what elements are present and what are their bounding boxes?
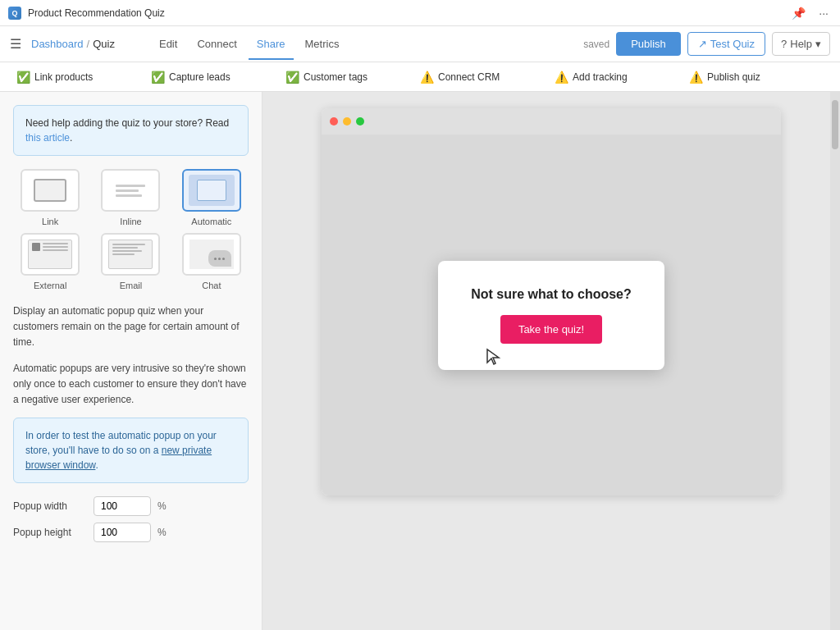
browser-dot-green <box>356 117 364 126</box>
app-icon: Q <box>8 7 21 20</box>
popup-height-unit: % <box>158 527 167 538</box>
help-icon: ? <box>781 38 787 50</box>
tab-metrics[interactable]: Metrics <box>297 28 348 60</box>
mode-inline-icon-box <box>101 169 160 212</box>
checklist-customer-tags[interactable]: ✅ Customer tags <box>285 71 420 84</box>
mode-external-label: External <box>34 281 66 290</box>
external-icon <box>28 240 72 269</box>
info-box: Need help adding the quiz to your store?… <box>13 105 249 156</box>
preview-area: Not sure what to choose? Take the quiz! <box>262 92 840 630</box>
check-icon-customer-tags: ✅ <box>285 71 299 84</box>
breadcrumb: Dashboard / Quiz <box>31 38 115 50</box>
mode-automatic-label: Automatic <box>191 217 231 226</box>
mode-automatic[interactable]: Automatic <box>175 169 249 226</box>
warning-icon-add-tracking: ⚠️ <box>555 71 568 84</box>
popup-title: Not sure what to choose? <box>471 287 632 302</box>
more-button[interactable]: ··· <box>815 5 832 21</box>
tab-edit[interactable]: Edit <box>151 28 185 60</box>
mode-link[interactable]: Link <box>13 169 87 226</box>
tab-connect[interactable]: Connect <box>189 28 244 60</box>
hamburger-button[interactable]: ☰ <box>10 36 21 52</box>
title-bar: Q Product Recommendation Quiz 📌 ··· <box>0 0 840 26</box>
mode-inline-label: Inline <box>120 217 141 226</box>
email-icon <box>108 240 153 269</box>
main-layout: Need help adding the quiz to your store?… <box>0 92 840 630</box>
breadcrumb-separator: / <box>87 38 90 50</box>
take-quiz-button[interactable]: Take the quiz! <box>500 315 602 344</box>
mode-grid: Link Inline <box>13 169 249 290</box>
scrollbar-track[interactable] <box>830 92 840 630</box>
nav-right: saved Publish ↗ Test Quiz ? Help ▾ <box>583 32 830 56</box>
checklist-link-products[interactable]: ✅ Link products <box>16 71 151 84</box>
mode-email[interactable]: Email <box>94 233 167 290</box>
checklist-add-tracking[interactable]: ⚠️ Add tracking <box>555 71 689 84</box>
breadcrumb-dashboard[interactable]: Dashboard <box>31 38 84 50</box>
mode-inline[interactable]: Inline <box>94 169 167 226</box>
checklist-connect-crm[interactable]: ⚠️ Connect CRM <box>420 71 555 84</box>
mode-chat-label: Chat <box>202 281 221 290</box>
mode-external-icon-box <box>21 233 80 276</box>
mode-automatic-icon-box <box>182 169 241 212</box>
this-article-link[interactable]: this article <box>25 132 70 144</box>
help-button[interactable]: ? Help ▾ <box>772 32 830 56</box>
popup-overlay: Not sure what to choose? Take the quiz! <box>322 135 781 495</box>
chat-bubble <box>208 250 231 267</box>
browser-window: Not sure what to choose? Take the quiz! <box>322 108 781 495</box>
inline-icon <box>112 181 148 200</box>
nav-tabs: Edit Connect Share Metrics <box>151 28 347 60</box>
checklist-bar: ✅ Link products ✅ Capture leads ✅ Custom… <box>0 62 840 92</box>
breadcrumb-quiz: Quiz <box>93 38 115 50</box>
scrollbar-thumb[interactable] <box>832 100 838 149</box>
browser-dot-yellow <box>343 117 351 126</box>
popup-card: Not sure what to choose? Take the quiz! <box>438 261 664 370</box>
browser-dot-red <box>330 117 338 126</box>
checklist-publish-quiz[interactable]: ⚠️ Publish quiz <box>689 71 824 84</box>
warning-icon-connect-crm: ⚠️ <box>420 71 434 84</box>
popup-width-unit: % <box>158 500 167 512</box>
popup-width-row: Popup width % <box>13 496 249 516</box>
note-box: In order to test the automatic popup on … <box>13 418 249 483</box>
mode-external[interactable]: External <box>13 233 87 290</box>
title-bar-actions: 📌 ··· <box>788 5 832 21</box>
sidebar: Need help adding the quiz to your store?… <box>0 92 262 630</box>
popup-height-label: Popup height <box>13 527 87 538</box>
checklist-capture-leads[interactable]: ✅ Capture leads <box>151 71 285 84</box>
warning-icon-publish-quiz: ⚠️ <box>689 71 703 84</box>
mode-email-icon-box <box>101 233 160 276</box>
chat-icon <box>189 240 234 269</box>
link-icon <box>34 179 66 202</box>
browser-toolbar <box>322 108 781 135</box>
app-name: Product Recommendation Quiz <box>28 7 165 19</box>
browser-content: Not sure what to choose? Take the quiz! <box>322 135 781 495</box>
saved-indicator: saved <box>583 39 609 50</box>
automatic-icon <box>189 175 235 206</box>
popup-height-input[interactable] <box>94 523 151 542</box>
pin-button[interactable]: 📌 <box>788 5 809 21</box>
mode-link-label: Link <box>42 217 58 226</box>
mode-email-label: Email <box>120 281 143 290</box>
description-1: Display an automatic popup quiz when you… <box>13 304 249 351</box>
popup-width-input[interactable] <box>94 496 151 516</box>
tab-share[interactable]: Share <box>249 28 294 60</box>
chevron-down-icon: ▾ <box>815 38 821 50</box>
popup-height-row: Popup height % <box>13 523 249 542</box>
external-link-icon: ↗ <box>698 38 707 50</box>
description-2: Automatic popups are very intrusive so t… <box>13 361 249 409</box>
mode-link-icon-box <box>21 169 80 212</box>
check-icon-capture-leads: ✅ <box>151 71 165 84</box>
check-icon-link-products: ✅ <box>16 71 30 84</box>
mode-chat[interactable]: Chat <box>175 233 249 290</box>
nav-bar: ☰ Dashboard / Quiz Edit Connect Share Me… <box>0 26 840 62</box>
publish-button[interactable]: Publish <box>616 32 681 56</box>
test-quiz-button[interactable]: ↗ Test Quiz <box>687 32 765 56</box>
mode-chat-icon-box <box>182 233 241 276</box>
popup-width-label: Popup width <box>13 500 87 512</box>
